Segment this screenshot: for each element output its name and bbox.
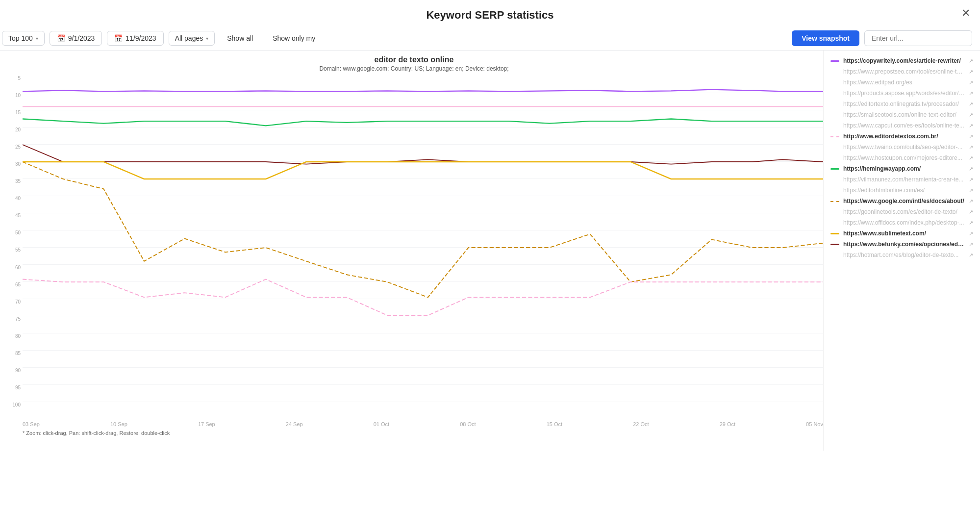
legend-line-darkred [830,244,839,245]
toolbar: Top 100 ▾ 📅 9/1/2023 📅 11/9/2023 All pag… [0,26,980,51]
legend-line-dashed [830,136,839,137]
y-label-10: 10 [15,93,21,98]
chart-svg [23,76,823,419]
legend-item[interactable]: https://hotmart.com/es/blog/editor-de-te… [830,250,973,260]
legend-url: https://www.sublimetext.com/ [843,230,965,237]
y-label-40: 40 [15,196,21,201]
legend-item[interactable]: https://smallseotools.com/online-text-ed… [830,109,973,120]
legend-item[interactable]: https://editortexto.onlinegratis.tv/proc… [830,99,973,109]
legend-item[interactable]: https://www.befunky.com/es/opciones/edit… [830,239,973,250]
show-only-my-button[interactable]: Show only my [265,31,323,46]
legend-item[interactable]: https://www.google.com/intl/es/docs/abou… [830,196,973,206]
legend-item[interactable]: https://www.offidocs.com/index.php/deskt… [830,217,973,228]
legend-item[interactable]: https://copywritely.com/es/article-rewri… [830,55,973,66]
external-link-icon[interactable]: ↗ [969,220,973,226]
legend-url: https://hemingwayapp.com/ [843,165,965,172]
external-link-icon[interactable]: ↗ [969,90,973,97]
y-label-45: 45 [15,213,21,218]
legend-url: https://vilmanunez.com/herramienta-crear… [843,176,965,183]
legend-url: http://www.editordetextos.com.br/ [843,133,965,140]
legend-url: https://smallseotools.com/online-text-ed… [843,111,965,118]
page-title: Keyword SERP statistics [426,9,553,21]
external-link-icon[interactable]: ↗ [969,123,973,129]
y-label-20: 20 [15,127,21,132]
legend-item[interactable]: https://editorhtmlonline.com/es/ ↗ [830,185,973,196]
all-pages-dropdown[interactable]: All pages ▾ [169,31,215,46]
top100-dropdown[interactable]: Top 100 ▾ [2,31,45,46]
legend-item[interactable]: https://www.sublimetext.com/ ↗ [830,228,973,239]
external-link-icon[interactable]: ↗ [969,58,973,64]
legend-url: https://editorhtmlonline.com/es/ [843,187,965,194]
zoom-hint: * Zoom: click-drag, Pan: shift-click-dra… [5,427,823,436]
legend-item[interactable]: https://vilmanunez.com/herramienta-crear… [830,174,973,185]
svg-rect-1 [23,76,823,419]
legend-item[interactable]: https://www.capcut.com/es-es/tools/onlin… [830,120,973,131]
y-label-30: 30 [15,162,21,167]
y-label-80: 80 [15,334,21,339]
chart-inner[interactable]: 03 Sep 10 Sep 17 Sep 24 Sep 01 Oct 08 Oc… [23,76,823,427]
start-date-label: 9/1/2023 [68,34,95,42]
y-label-35: 35 [15,179,21,184]
external-link-icon[interactable]: ↗ [969,209,973,215]
y-label-100: 100 [12,403,21,407]
legend-item[interactable]: https://products.aspose.app/words/es/edi… [830,88,973,99]
all-pages-label: All pages [175,34,203,42]
external-link-icon[interactable]: ↗ [969,187,973,194]
x-label-oct15: 15 Oct [547,421,562,427]
y-label-60: 60 [15,265,21,270]
y-axis: 5 10 15 20 25 30 35 40 45 50 55 60 65 70… [5,76,23,407]
external-link-icon[interactable]: ↗ [969,166,973,172]
x-label-nov05: 05 Nov [806,421,823,427]
start-date-picker[interactable]: 📅 9/1/2023 [50,31,102,46]
x-label-sep24: 24 Sep [286,421,303,427]
y-label-95: 95 [15,385,21,390]
chart-wrapper: 5 10 15 20 25 30 35 40 45 50 55 60 65 70… [5,76,823,427]
external-link-icon[interactable]: ↗ [969,230,973,237]
end-date-picker[interactable]: 📅 11/9/2023 [107,31,163,46]
legend-line-green [830,168,839,170]
external-link-icon[interactable]: ↗ [969,101,973,107]
y-label-55: 55 [15,248,21,253]
legend-url: https://copywritely.com/es/article-rewri… [843,57,965,64]
show-all-button[interactable]: Show all [220,31,260,46]
external-link-icon[interactable]: ↗ [969,79,973,86]
view-snapshot-button[interactable]: View snapshot [792,30,859,46]
legend-item[interactable]: http://www.editordetextos.com.br/ ↗ [830,131,973,142]
external-link-icon[interactable]: ↗ [969,252,973,258]
y-label-90: 90 [15,368,21,373]
close-button[interactable]: ✕ [961,7,970,20]
main-content: editor de texto online Domain: www.googl… [0,51,980,451]
legend-url: https://www.befunky.com/es/opciones/edit… [843,241,965,248]
legend-item[interactable]: https://www.hostcupon.com/mejores-editor… [830,153,973,163]
url-input[interactable] [864,30,972,46]
legend-url: https://www.offidocs.com/index.php/deskt… [843,219,965,226]
x-label-oct08: 08 Oct [460,421,476,427]
chart-area: editor de texto online Domain: www.googl… [0,51,823,451]
external-link-icon[interactable]: ↗ [969,69,973,75]
legend-item[interactable]: https://goonlinetools.com/es/editor-de-t… [830,206,973,217]
chevron-down-icon: ▾ [36,36,38,41]
legend-url: https://products.aspose.app/words/es/edi… [843,90,965,97]
external-link-icon[interactable]: ↗ [969,133,973,140]
legend-line-yellow [830,233,839,234]
top100-label: Top 100 [8,34,33,42]
y-label-75: 75 [15,317,21,322]
external-link-icon[interactable]: ↗ [969,177,973,183]
external-link-icon[interactable]: ↗ [969,241,973,248]
external-link-icon[interactable]: ↗ [969,144,973,151]
legend-url: https://hotmart.com/es/blog/editor-de-te… [843,252,965,258]
external-link-icon[interactable]: ↗ [969,198,973,204]
legend-item[interactable]: https://hemingwayapp.com/ ↗ [830,163,973,174]
external-link-icon[interactable]: ↗ [969,112,973,118]
x-label-oct29: 29 Oct [720,421,735,427]
legend-item[interactable]: https://www.editpad.org/es ↗ [830,77,973,88]
legend-url: https://www.hostcupon.com/mejores-editor… [843,154,965,161]
legend-item[interactable]: https://www.prepostseo.com/tool/es/onlin… [830,66,973,77]
y-label-65: 65 [15,282,21,287]
external-link-icon[interactable]: ↗ [969,155,973,161]
y-label-85: 85 [15,351,21,356]
x-axis: 03 Sep 10 Sep 17 Sep 24 Sep 01 Oct 08 Oc… [23,419,823,427]
legend-url: https://www.editpad.org/es [843,79,965,86]
legend-item[interactable]: https://www.twaino.com/outils/seo-sp/edi… [830,142,973,153]
x-label-sep10: 10 Sep [110,421,127,427]
